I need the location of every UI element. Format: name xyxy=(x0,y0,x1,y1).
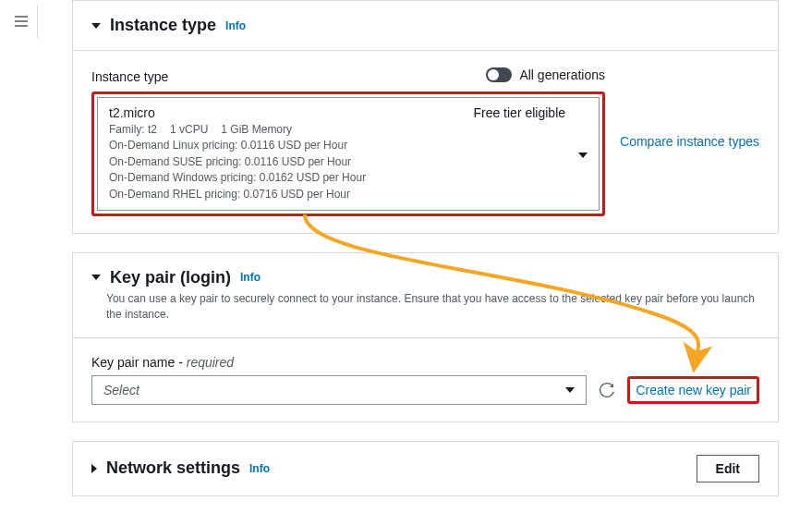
all-generations-label: All generations xyxy=(519,67,605,82)
key-pair-panel: Key pair (login) Info You can use a key … xyxy=(72,252,779,422)
network-settings-panel: Network settings Info Edit xyxy=(72,441,779,496)
key-pair-select[interactable]: Select xyxy=(91,375,587,405)
network-settings-title: Network settings xyxy=(106,458,240,478)
instance-type-header[interactable]: Instance type Info xyxy=(73,1,778,50)
instance-type-info-link[interactable]: Info xyxy=(225,19,246,32)
all-generations-toggle[interactable] xyxy=(486,67,512,82)
chevron-down-icon xyxy=(565,387,575,393)
pricing-linux: On-Demand Linux pricing: 0.0116 USD per … xyxy=(109,138,565,153)
chevron-down-icon xyxy=(91,275,101,280)
key-pair-description: You can use a key pair to securely conne… xyxy=(106,291,759,323)
edit-button[interactable]: Edit xyxy=(697,455,759,482)
compare-instance-types-link[interactable]: Compare instance types xyxy=(620,134,759,149)
key-pair-header[interactable]: Key pair (login) Info You can use a key … xyxy=(73,253,778,337)
key-pair-field-label: Key pair name - xyxy=(91,355,187,370)
key-pair-body: Key pair name - required Select Create n… xyxy=(73,337,778,421)
instance-name: t2.micro xyxy=(109,105,155,120)
instance-specs: Family: t21 vCPU1 GiB Memory xyxy=(109,122,565,138)
chevron-down-icon xyxy=(578,146,588,161)
chevron-right-icon xyxy=(91,464,97,473)
pricing-windows: On-Demand Windows pricing: 0.0162 USD pe… xyxy=(109,170,565,186)
instance-type-body: Instance type All generations t2.micro F… xyxy=(73,50,778,233)
refresh-icon xyxy=(600,383,614,397)
hamburger-menu-button[interactable] xyxy=(5,5,38,38)
network-settings-info-link[interactable]: Info xyxy=(249,462,270,475)
refresh-key-pair-button[interactable] xyxy=(598,381,616,399)
create-key-pair-highlight-box: Create new key pair xyxy=(627,376,759,404)
key-pair-info-link[interactable]: Info xyxy=(240,271,261,284)
instance-type-select[interactable]: t2.micro Free tier eligible Family: t21 … xyxy=(97,97,600,211)
instance-type-panel: Instance type Info Instance type All gen… xyxy=(72,0,779,234)
hamburger-icon xyxy=(14,14,29,29)
chevron-down-icon xyxy=(91,23,101,29)
instance-type-highlight-box: t2.micro Free tier eligible Family: t21 … xyxy=(91,92,605,216)
instance-type-title: Instance type xyxy=(110,16,216,35)
pricing-rhel: On-Demand RHEL pricing: 0.0716 USD per H… xyxy=(109,187,565,202)
pricing-suse: On-Demand SUSE pricing: 0.0116 USD per H… xyxy=(109,154,565,170)
instance-type-field-label: Instance type xyxy=(91,69,168,84)
network-settings-header[interactable]: Network settings Info xyxy=(91,458,270,478)
free-tier-badge: Free tier eligible xyxy=(473,105,565,120)
required-label: required xyxy=(187,355,234,370)
key-pair-placeholder: Select xyxy=(103,383,139,397)
key-pair-title: Key pair (login) xyxy=(110,268,231,287)
create-new-key-pair-link[interactable]: Create new key pair xyxy=(636,383,751,397)
